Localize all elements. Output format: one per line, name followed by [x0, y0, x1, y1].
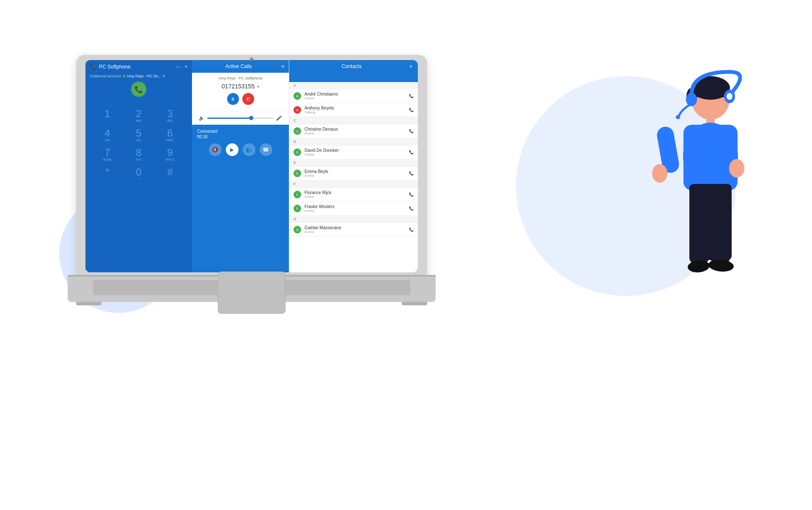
contact-info-anthony: Anthony Beyels Talking: [304, 106, 406, 114]
contact-avatar-gaetan: G: [294, 226, 301, 233]
connected-area: Connected 00:16 🔇 ▶ 👥 ☎: [192, 125, 289, 272]
laptop-wrapper: 📞 PC Softphone — ✕ Outbound account: [68, 55, 436, 359]
dial-key-4[interactable]: 4 GHI: [94, 128, 121, 142]
contact-avatar-florance: F: [294, 191, 301, 198]
svg-rect-13: [710, 184, 730, 264]
section-c: C: [289, 117, 418, 124]
dial-key-8[interactable]: 8 TUV: [125, 148, 152, 161]
contact-item-frauke[interactable]: F Frauke Wouters Online 📞: [289, 202, 418, 216]
transfer-button[interactable]: 👥: [243, 143, 255, 156]
laptop-foot-right: [402, 302, 427, 305]
contact-call-icon-emma[interactable]: 📞: [409, 171, 414, 175]
contact-info-christine: Christine Dervaux Online: [304, 127, 406, 135]
contact-item-anthony[interactable]: A Anthony Beyels Talking 📞: [289, 103, 418, 117]
active-calls-close-button[interactable]: ✕: [281, 64, 285, 69]
app-container: 📞 PC Softphone — ✕ Outbound account: [85, 60, 418, 272]
contact-call-icon-gaetan[interactable]: 📞: [409, 228, 414, 232]
close-button[interactable]: ✕: [184, 64, 188, 69]
contact-item-florance[interactable]: F Florance Rijck Online 📞: [289, 188, 418, 202]
contact-info-david: David De Doncker Online: [304, 148, 406, 156]
dial-key-6[interactable]: 6 MNO: [156, 128, 184, 142]
contact-item-david[interactable]: D David De Doncker Online 📞: [289, 145, 418, 159]
contact-item-andre[interactable]: A André Christiaens Online 📞: [289, 89, 418, 103]
contact-status-gaetan: Online: [304, 230, 406, 234]
call-number-row: 0172153155 ▾: [197, 83, 284, 90]
volume-row: 🔈 🎤: [197, 115, 284, 121]
contact-item-gaetan[interactable]: G Gaëtan Massecane Online 📞: [289, 223, 418, 237]
contact-call-icon-florance[interactable]: 📞: [409, 192, 414, 197]
contact-name-gaetan: Gaëtan Massecane: [304, 225, 406, 230]
contact-status-florance: Online: [304, 195, 406, 199]
dial-key-1[interactable]: 1: [94, 109, 121, 122]
contact-info-gaetan: Gaëtan Massecane Online: [304, 225, 406, 234]
softphone-header: 📞 PC Softphone — ✕: [85, 60, 192, 72]
dial-key-9[interactable]: 9 WXYZ: [156, 148, 184, 161]
hold-button[interactable]: ⏸: [227, 93, 239, 105]
dial-key-5[interactable]: 5 JKL: [125, 128, 152, 142]
section-g: G: [289, 216, 418, 223]
dial-key-0[interactable]: 0 +: [125, 167, 152, 181]
contact-avatar-christine: C: [294, 127, 301, 135]
svg-rect-12: [689, 184, 709, 264]
resume-button[interactable]: ▶: [226, 143, 239, 156]
contact-status-andre: Online: [304, 96, 406, 100]
dial-key-star[interactable]: *: [94, 167, 121, 181]
contact-avatar-andre: A: [294, 92, 301, 100]
green-call-button[interactable]: 📞: [131, 82, 146, 97]
call-actions-top: ⏸ ✆: [197, 93, 284, 105]
contact-item-emma[interactable]: E Emma Beyls Online 📞: [289, 167, 418, 181]
minimize-button[interactable]: —: [176, 64, 180, 69]
call-card-subtitle: Amy Feys - PC Softphone: [197, 76, 284, 80]
softphone-title-row: 📞 PC Softphone: [90, 63, 131, 70]
section-f: F: [289, 181, 418, 188]
panel-contacts: Contacts ✕ 👤 A A André Christiaens: [289, 60, 418, 272]
end-call-button[interactable]: ✆: [242, 93, 254, 105]
dialpad-grid: 1 2 ABC 3 DEF: [94, 109, 184, 181]
contact-status-emma: Online: [304, 174, 406, 178]
softphone-phone-icon: 📞: [90, 63, 96, 70]
dial-key-3[interactable]: 3 DEF: [156, 109, 184, 122]
softphone-title: PC Softphone: [99, 64, 131, 70]
outbound-chevron-icon[interactable]: ▾: [163, 74, 165, 78]
outbound-row: Outbound account Amy Feys - PC So... ▾: [85, 72, 192, 82]
contact-item-christine[interactable]: C Christine Dervaux Online 📞: [289, 124, 418, 138]
laptop-base: [68, 277, 436, 302]
contact-call-icon-frauke[interactable]: 📞: [409, 206, 414, 211]
more-options-button[interactable]: ☎: [260, 143, 272, 156]
contact-call-icon-anthony[interactable]: 📞: [409, 108, 414, 112]
svg-rect-2: [691, 85, 730, 97]
contact-status-frauke: Online: [304, 209, 406, 213]
volume-icon: 🔈: [199, 115, 205, 121]
dial-key-2[interactable]: 2 ABC: [125, 109, 152, 122]
dial-key-hash[interactable]: #: [156, 167, 184, 181]
contact-info-andre: André Christiaens Online: [304, 92, 406, 100]
mute-button[interactable]: 🔇: [209, 143, 222, 156]
person-svg: [626, 59, 770, 334]
contact-call-icon-david[interactable]: 📞: [409, 150, 414, 154]
laptop-screen-bezel: 📞 PC Softphone — ✕ Outbound account: [85, 60, 418, 272]
volume-fill: [207, 118, 250, 119]
laptop-lid: 📞 PC Softphone — ✕ Outbound account: [76, 55, 427, 279]
contact-info-florance: Florance Rijck Online: [304, 190, 406, 199]
section-e: E: [289, 159, 418, 167]
svg-point-8: [652, 164, 667, 183]
active-calls-title: Active Calls: [196, 63, 281, 69]
laptop-foot-left: [76, 302, 102, 305]
contact-avatar-emma: E: [294, 170, 301, 177]
connected-timer: 00:16: [197, 134, 284, 139]
contacts-search-icon[interactable]: 👤: [406, 73, 413, 79]
connected-label: Connected: [197, 129, 284, 134]
contacts-close-button[interactable]: ✕: [409, 64, 413, 69]
contact-name-andre: André Christiaens: [304, 92, 406, 96]
dialpad-area: 1 2 ABC 3 DEF: [85, 102, 192, 272]
contact-name-anthony: Anthony Beyels: [304, 106, 406, 110]
contact-call-icon-christine[interactable]: 📞: [409, 129, 414, 133]
contact-call-icon-andre[interactable]: 📞: [409, 94, 414, 98]
contact-avatar-david: D: [294, 148, 301, 156]
section-a: A: [289, 82, 418, 89]
outbound-status-dot: [123, 75, 125, 77]
contact-name-frauke: Frauke Wouters: [304, 204, 406, 209]
dial-key-7[interactable]: 7 PQRS: [94, 148, 121, 161]
volume-track[interactable]: [207, 118, 274, 119]
volume-thumb: [249, 116, 253, 120]
